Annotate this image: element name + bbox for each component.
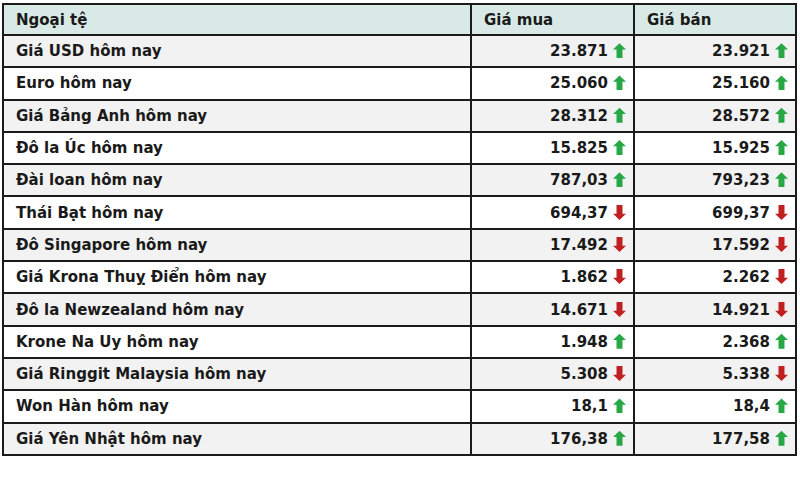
buy-price-value: 15.825 bbox=[550, 139, 608, 157]
buy-price-value: 1.948 bbox=[561, 333, 608, 351]
table-row: Thái Bạt hôm nay 694,37 699,37 bbox=[3, 196, 796, 228]
sell-price-cell: 25.160 bbox=[634, 67, 796, 99]
table-row: Krone Na Uy hôm nay 1.948 2.368 bbox=[3, 326, 796, 358]
currency-name: Giá Bảng Anh hôm nay bbox=[3, 100, 471, 132]
currency-name: Đô Singapore hôm nay bbox=[3, 229, 471, 261]
arrow-up-icon bbox=[775, 108, 788, 123]
sell-price-cell: 2.262 bbox=[634, 261, 796, 293]
currency-name: Won Hàn hôm nay bbox=[3, 390, 471, 422]
buy-price-value: 25.060 bbox=[550, 74, 608, 92]
sell-price-cell: 18,4 bbox=[634, 390, 796, 422]
buy-price-value: 17.492 bbox=[550, 236, 608, 254]
currency-name: Giá Ringgit Malaysia hôm nay bbox=[3, 358, 471, 390]
arrow-up-icon bbox=[613, 75, 626, 90]
sell-price-value: 14.921 bbox=[712, 301, 770, 319]
buy-price-cell: 18,1 bbox=[471, 390, 634, 422]
arrow-up-icon bbox=[613, 140, 626, 155]
sell-price-value: 25.160 bbox=[712, 74, 770, 92]
sell-price-cell: 5.338 bbox=[634, 358, 796, 390]
header-row: Ngoại tệ Giá mua Giá bán bbox=[3, 4, 796, 35]
sell-price-cell: 15.925 bbox=[634, 132, 796, 164]
sell-price-value: 177,58 bbox=[712, 430, 770, 448]
sell-price-cell: 177,58 bbox=[634, 423, 796, 455]
arrow-up-icon bbox=[775, 43, 788, 58]
arrow-down-icon bbox=[775, 269, 788, 284]
arrow-up-icon bbox=[775, 140, 788, 155]
buy-price-cell: 176,38 bbox=[471, 423, 634, 455]
exchange-rate-table: Ngoại tệ Giá mua Giá bán Giá USD hôm nay… bbox=[2, 3, 797, 456]
arrow-up-icon bbox=[775, 398, 788, 413]
column-header-buy-price: Giá mua bbox=[471, 4, 634, 35]
sell-price-value: 28.572 bbox=[712, 107, 770, 125]
currency-name: Krone Na Uy hôm nay bbox=[3, 326, 471, 358]
table-body: Giá USD hôm nay 23.871 23.921 Euro hôm n… bbox=[3, 35, 796, 455]
buy-price-value: 5.308 bbox=[561, 365, 608, 383]
buy-price-cell: 28.312 bbox=[471, 100, 634, 132]
buy-price-cell: 1.862 bbox=[471, 261, 634, 293]
buy-price-cell: 15.825 bbox=[471, 132, 634, 164]
table-row: Đô Singapore hôm nay 17.492 17.592 bbox=[3, 229, 796, 261]
currency-name: Giá Yên Nhật hôm nay bbox=[3, 423, 471, 455]
table-row: Giá Bảng Anh hôm nay 28.312 28.572 bbox=[3, 100, 796, 132]
table-row: Giá Krona Thuỵ Điển hôm nay 1.862 2.262 bbox=[3, 261, 796, 293]
buy-price-value: 28.312 bbox=[550, 107, 608, 125]
sell-price-cell: 28.572 bbox=[634, 100, 796, 132]
arrow-up-icon bbox=[613, 398, 626, 413]
sell-price-value: 2.368 bbox=[723, 333, 770, 351]
arrow-up-icon bbox=[775, 75, 788, 90]
buy-price-value: 14.671 bbox=[550, 301, 608, 319]
buy-price-cell: 23.871 bbox=[471, 35, 634, 67]
sell-price-value: 2.262 bbox=[723, 268, 770, 286]
arrow-up-icon bbox=[613, 431, 626, 446]
buy-price-value: 1.862 bbox=[561, 268, 608, 286]
currency-name: Thái Bạt hôm nay bbox=[3, 196, 471, 228]
arrow-up-icon bbox=[613, 334, 626, 349]
buy-price-cell: 787,03 bbox=[471, 164, 634, 196]
currency-name: Đài loan hôm nay bbox=[3, 164, 471, 196]
currency-name: Euro hôm nay bbox=[3, 67, 471, 99]
arrow-up-icon bbox=[613, 43, 626, 58]
sell-price-value: 793,23 bbox=[712, 171, 770, 189]
sell-price-cell: 2.368 bbox=[634, 326, 796, 358]
currency-name: Giá USD hôm nay bbox=[3, 35, 471, 67]
arrow-down-icon bbox=[613, 366, 626, 381]
sell-price-cell: 699,37 bbox=[634, 196, 796, 228]
exchange-rate-widget: Ngoại tệ Giá mua Giá bán Giá USD hôm nay… bbox=[2, 3, 797, 456]
sell-price-value: 5.338 bbox=[723, 365, 770, 383]
arrow-down-icon bbox=[775, 205, 788, 220]
table-row: Đài loan hôm nay 787,03 793,23 bbox=[3, 164, 796, 196]
sell-price-cell: 23.921 bbox=[634, 35, 796, 67]
table-row: Đô la Úc hôm nay 15.825 15.925 bbox=[3, 132, 796, 164]
table-row: Won Hàn hôm nay 18,1 18,4 bbox=[3, 390, 796, 422]
table-row: Giá USD hôm nay 23.871 23.921 bbox=[3, 35, 796, 67]
buy-price-cell: 17.492 bbox=[471, 229, 634, 261]
buy-price-value: 23.871 bbox=[550, 42, 608, 60]
buy-price-value: 787,03 bbox=[550, 171, 608, 189]
arrow-up-icon bbox=[775, 431, 788, 446]
arrow-down-icon bbox=[775, 237, 788, 252]
currency-name: Đô la Úc hôm nay bbox=[3, 132, 471, 164]
sell-price-value: 17.592 bbox=[712, 236, 770, 254]
sell-price-cell: 793,23 bbox=[634, 164, 796, 196]
table-row: Euro hôm nay 25.060 25.160 bbox=[3, 67, 796, 99]
column-header-sell-price: Giá bán bbox=[634, 4, 796, 35]
table-row: Giá Ringgit Malaysia hôm nay 5.308 5.338 bbox=[3, 358, 796, 390]
sell-price-value: 18,4 bbox=[733, 397, 770, 415]
currency-name: Đô la Newzealand hôm nay bbox=[3, 293, 471, 325]
buy-price-value: 18,1 bbox=[571, 397, 608, 415]
arrow-down-icon bbox=[775, 302, 788, 317]
arrow-down-icon bbox=[613, 269, 626, 284]
buy-price-cell: 14.671 bbox=[471, 293, 634, 325]
buy-price-cell: 694,37 bbox=[471, 196, 634, 228]
buy-price-value: 694,37 bbox=[550, 204, 608, 222]
buy-price-value: 176,38 bbox=[550, 430, 608, 448]
sell-price-cell: 17.592 bbox=[634, 229, 796, 261]
arrow-down-icon bbox=[613, 237, 626, 252]
arrow-down-icon bbox=[775, 366, 788, 381]
arrow-down-icon bbox=[613, 302, 626, 317]
arrow-up-icon bbox=[775, 172, 788, 187]
table-row: Đô la Newzealand hôm nay 14.671 14.921 bbox=[3, 293, 796, 325]
sell-price-value: 15.925 bbox=[712, 139, 770, 157]
arrow-down-icon bbox=[613, 205, 626, 220]
column-header-currency: Ngoại tệ bbox=[3, 4, 471, 35]
